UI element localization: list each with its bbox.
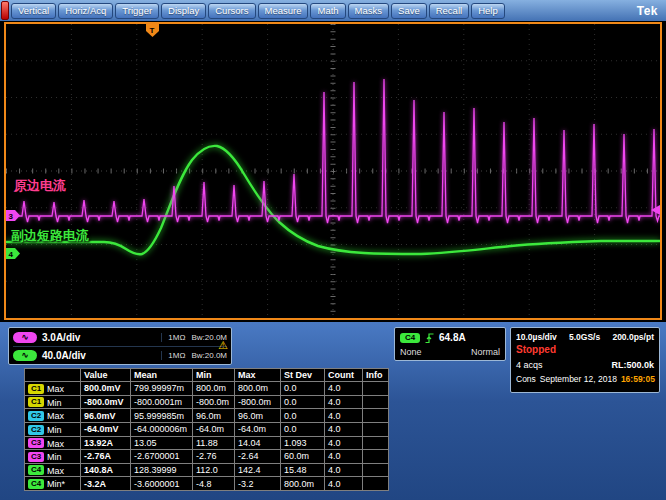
trigger-readout[interactable]: C4 64.8A None Normal	[394, 327, 506, 361]
channel-c4-bandwidth: Bw:20.0M	[191, 351, 227, 360]
measurement-count: 4.0	[325, 422, 363, 436]
measurement-row[interactable]: C2Max96.0mV95.999985m96.0m96.0m0.04.0	[25, 409, 389, 423]
menu-help[interactable]: Help	[471, 3, 505, 19]
measurement-type-label: Min	[47, 397, 62, 407]
measurement-stdev: 0.0	[281, 395, 325, 409]
measurement-source: C3Max	[25, 436, 81, 450]
trigger-position-marker[interactable]: T	[146, 24, 159, 37]
measurement-stdev: 800.0m	[281, 477, 325, 491]
measurement-value: -800.0mV	[81, 395, 131, 409]
channel-badge: C3	[28, 438, 44, 448]
measurement-source: C1Min	[25, 395, 81, 409]
measurement-source: C1Max	[25, 382, 81, 396]
measurement-mean: 95.999985m	[131, 409, 193, 423]
measurement-stdev: 0.0	[281, 382, 325, 396]
meas-col-mean: Mean	[131, 369, 193, 382]
channel-readout-c3[interactable]: ∿ 3.0A/div 1MΩ Bw:20.0M	[13, 329, 227, 346]
measurement-count: 4.0	[325, 382, 363, 396]
measurement-min: -800.0m	[193, 395, 235, 409]
time-value: 16:59:05	[621, 374, 655, 384]
channel-c3-waveform-icon: ∿	[13, 332, 37, 343]
measurement-type-label: Max	[47, 465, 64, 475]
app-indicator	[1, 1, 9, 20]
menu-display[interactable]: Display	[161, 3, 206, 19]
rising-edge-icon	[424, 332, 435, 344]
measurement-row[interactable]: C3Min-2.76A-2.6700001-2.76-2.6460.0m4.0	[25, 450, 389, 464]
measurement-row[interactable]: C2Min-64.0mV-64.000006m-64.0m-64.0m0.04.…	[25, 422, 389, 436]
menu-vertical[interactable]: Vertical	[11, 3, 56, 19]
meas-col-max: Max	[235, 369, 281, 382]
menu-recall[interactable]: Recall	[429, 3, 469, 19]
measurement-row[interactable]: C3Max13.92A13.0511.8814.041.0934.0	[25, 436, 389, 450]
meas-col-count: Count	[325, 369, 363, 382]
measurement-value: 13.92A	[81, 436, 131, 450]
channel-c4-waveform-icon: ∿	[13, 350, 37, 361]
measurement-max: 800.0m	[235, 382, 281, 396]
measurement-type-label: Min*	[47, 479, 65, 489]
measurement-row[interactable]: C1Min-800.0mV-800.0001m-800.0m-800.0m0.0…	[25, 395, 389, 409]
measurement-max: -800.0m	[235, 395, 281, 409]
grid-center-ticks	[6, 24, 660, 318]
channel-badge: C1	[28, 397, 44, 407]
channel-readout-c4[interactable]: ∿ 40.0A/div 1MΩ Bw:20.0M	[13, 346, 227, 364]
measurement-info	[363, 382, 389, 396]
channel-badge: C2	[28, 425, 44, 435]
waveform-display: T 3 4 原边电流 副边短路电流	[4, 22, 662, 320]
measurement-count: 4.0	[325, 409, 363, 423]
measurement-value: 96.0mV	[81, 409, 131, 423]
acquisition-status: Stopped	[516, 344, 654, 358]
date-label: Cons	[516, 374, 536, 384]
measurement-row[interactable]: C4Min*-3.2A-3.6000001-4.8-3.2800.0m4.0	[25, 477, 389, 491]
measurement-type-label: Min	[47, 425, 62, 435]
measurement-stdev: 1.093	[281, 436, 325, 450]
measurement-row[interactable]: C4Max140.8A128.39999112.0142.415.484.0	[25, 463, 389, 477]
trigger-level-value: 64.8A	[439, 332, 466, 343]
measurement-info	[363, 463, 389, 477]
channel-c4-coupling: 1MΩ	[168, 351, 185, 360]
measurement-stdev: 60.0m	[281, 450, 325, 464]
measurement-source: C4Max	[25, 463, 81, 477]
menu-horiz-acq[interactable]: Horiz/Acq	[58, 3, 113, 19]
menu-math[interactable]: Math	[310, 3, 345, 19]
measurement-source: C3Min	[25, 450, 81, 464]
graticule: T 3 4	[6, 24, 660, 318]
measurement-row[interactable]: C1Max800.0mV799.99997m800.0m800.0m0.04.0	[25, 382, 389, 396]
measurement-source: C4Min*	[25, 477, 81, 491]
measurement-source: C2Max	[25, 409, 81, 423]
measurement-max: 96.0m	[235, 409, 281, 423]
secondary-current-label: 副边短路电流	[11, 227, 89, 245]
measurement-info	[363, 477, 389, 491]
oscilloscope-screen: VerticalHoriz/AcqTriggerDisplayCursorsMe…	[0, 0, 666, 500]
channel-badge: C2	[28, 411, 44, 421]
channel-4-marker[interactable]: 4	[6, 248, 20, 259]
primary-current-label: 原边电流	[14, 177, 66, 195]
channel-3-marker[interactable]: 3	[6, 210, 20, 221]
menu-measure[interactable]: Measure	[258, 3, 309, 19]
menu-cursors[interactable]: Cursors	[208, 3, 255, 19]
measurement-mean: -2.6700001	[131, 450, 193, 464]
menu-buttons: VerticalHoriz/AcqTriggerDisplayCursorsMe…	[11, 3, 505, 19]
channel-badge: C4	[28, 479, 44, 489]
sample-resolution: 200.0ps/pt	[612, 332, 654, 342]
channel-badge: C3	[28, 452, 44, 462]
menu-save[interactable]: Save	[391, 3, 427, 19]
meas-col-channel	[25, 369, 81, 382]
measurement-info	[363, 422, 389, 436]
measurement-stdev: 0.0	[281, 422, 325, 436]
menu-trigger[interactable]: Trigger	[115, 3, 159, 19]
measurement-count: 4.0	[325, 477, 363, 491]
measurement-max: 142.4	[235, 463, 281, 477]
measurement-count: 4.0	[325, 395, 363, 409]
menu-masks[interactable]: Masks	[348, 3, 389, 19]
measurement-type-label: Max	[47, 411, 64, 421]
measurement-stdev: 15.48	[281, 463, 325, 477]
measurement-min: -64.0m	[193, 422, 235, 436]
timebase-scale: 10.0µs/div	[516, 332, 557, 342]
menu-bar: VerticalHoriz/AcqTriggerDisplayCursorsMe…	[0, 0, 666, 21]
measurement-min: 800.0m	[193, 382, 235, 396]
measurement-table: ValueMeanMinMaxSt DevCountInfo C1Max800.…	[24, 368, 389, 491]
measurement-mean: -800.0001m	[131, 395, 193, 409]
sample-rate: 5.0GS/s	[569, 332, 600, 342]
measurement-count: 4.0	[325, 463, 363, 477]
measurement-value: -2.76A	[81, 450, 131, 464]
